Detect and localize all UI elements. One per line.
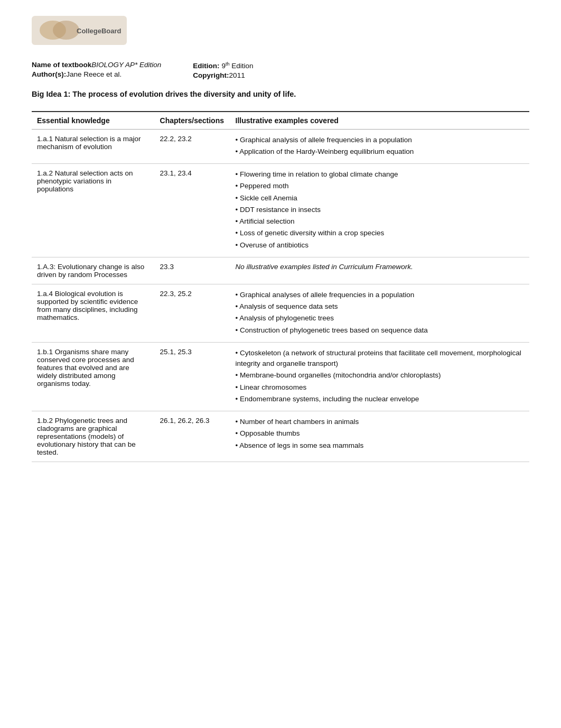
knowledge-cell: 1.a.1 Natural selection is a major mecha…: [32, 129, 155, 164]
example-item: Membrane-bound organelles (mitochondria …: [236, 370, 524, 381]
example-item: Analysis of phylogenetic trees: [236, 313, 524, 324]
textbook-line: Name of textbookBIOLOGY AP* Edition: [32, 61, 161, 69]
example-item: Sickle cell Anemia: [236, 193, 524, 204]
table-row: 1.A.3: Evolutionary change is also drive…: [32, 257, 529, 284]
svg-text:CollegeBoard: CollegeBoard: [77, 27, 121, 35]
logo-area: CollegeBoard: [32, 16, 529, 45]
examples-cell: Graphical analyses of allele frequencies…: [230, 284, 529, 342]
example-item: Flowering time in relation to global cli…: [236, 169, 524, 180]
example-item: Construction of phylogenetic trees based…: [236, 325, 524, 336]
example-item: Artificial selection: [236, 216, 524, 227]
examples-cell: Graphical analysis of allele frequencies…: [230, 129, 529, 164]
chapters-cell: 22.3, 25.2: [155, 284, 230, 342]
edition-line: Edition: 9th Edition: [193, 61, 253, 70]
textbook-label: Name of textbook: [32, 61, 91, 69]
big-idea-heading: Big Idea 1: The process of evolution dri…: [32, 90, 529, 102]
logo-image: CollegeBoard: [32, 16, 127, 45]
table-row: 1.b.2 Phylogenetic trees and cladograms …: [32, 411, 529, 462]
textbook-value: BIOLOGY AP* Edition: [91, 61, 161, 69]
example-item: Overuse of antibiotics: [236, 240, 524, 251]
edition-value: 9th Edition: [221, 62, 253, 70]
table-row: 1.a.1 Natural selection is a major mecha…: [32, 129, 529, 164]
knowledge-cell: 1.b.2 Phylogenetic trees and cladograms …: [32, 411, 155, 462]
chapters-cell: 25.1, 25.3: [155, 342, 230, 411]
example-item: Opposable thumbs: [236, 428, 524, 439]
meta-left: Name of textbookBIOLOGY AP* Edition Auth…: [32, 61, 161, 79]
example-item: Linear chromosomes: [236, 382, 524, 393]
curriculum-table: Essential knowledge Chapters/sections Il…: [32, 111, 529, 463]
chapters-cell: 26.1, 26.2, 26.3: [155, 411, 230, 462]
table-row: 1.a.4 Biological evolution is supported …: [32, 284, 529, 342]
example-item: Analysis of sequence data sets: [236, 301, 524, 312]
example-item: Cytoskeleton (a network of structural pr…: [236, 348, 524, 370]
col-header-knowledge: Essential knowledge: [32, 112, 155, 130]
table-row: 1.b.1 Organisms share many conserved cor…: [32, 342, 529, 411]
example-item: Graphical analyses of allele frequencies…: [236, 290, 524, 300]
example-item: Loss of genetic diversity within a crop …: [236, 228, 524, 238]
example-item: Endomembrane systems, including the nucl…: [236, 394, 524, 404]
example-item: Number of heart chambers in animals: [236, 417, 524, 427]
meta-info: Name of textbookBIOLOGY AP* Edition Auth…: [32, 61, 529, 79]
author-line: Author(s):Jane Reece et al.: [32, 70, 161, 78]
copyright-label: Copyright:: [193, 71, 229, 79]
edition-label: Edition:: [193, 62, 219, 70]
example-item: Application of the Hardy-Weinberg equili…: [236, 146, 524, 157]
knowledge-cell: 1.b.1 Organisms share many conserved cor…: [32, 342, 155, 411]
example-item: Graphical analysis of allele frequencies…: [236, 135, 524, 145]
knowledge-cell: 1.A.3: Evolutionary change is also drive…: [32, 257, 155, 284]
copyright-value: 2011: [229, 71, 245, 79]
examples-cell: Number of heart chambers in animalsOppos…: [230, 411, 529, 462]
col-header-examples: Illustrative examples covered: [230, 112, 529, 130]
chapters-cell: 23.3: [155, 257, 230, 284]
chapters-cell: 22.2, 23.2: [155, 129, 230, 164]
table-row: 1.a.2 Natural selection acts on phenotyp…: [32, 164, 529, 257]
meta-right: Edition: 9th Edition Copyright:2011: [193, 61, 253, 79]
chapters-cell: 23.1, 23.4: [155, 164, 230, 257]
copyright-line: Copyright:2011: [193, 71, 253, 79]
examples-cell: Cytoskeleton (a network of structural pr…: [230, 342, 529, 411]
examples-cell: Flowering time in relation to global cli…: [230, 164, 529, 257]
example-item: DDT resistance in insects: [236, 205, 524, 215]
col-header-chapters: Chapters/sections: [155, 112, 230, 130]
svg-point-1: [53, 21, 79, 40]
knowledge-cell: 1.a.2 Natural selection acts on phenotyp…: [32, 164, 155, 257]
author-value: Jane Reece et al.: [66, 70, 121, 78]
example-item: Absence of legs in some sea mammals: [236, 440, 524, 451]
author-label: Author(s):: [32, 70, 66, 78]
knowledge-cell: 1.a.4 Biological evolution is supported …: [32, 284, 155, 342]
examples-cell: No illustrative examples listed in Curri…: [230, 257, 529, 284]
example-item: Peppered moth: [236, 181, 524, 191]
